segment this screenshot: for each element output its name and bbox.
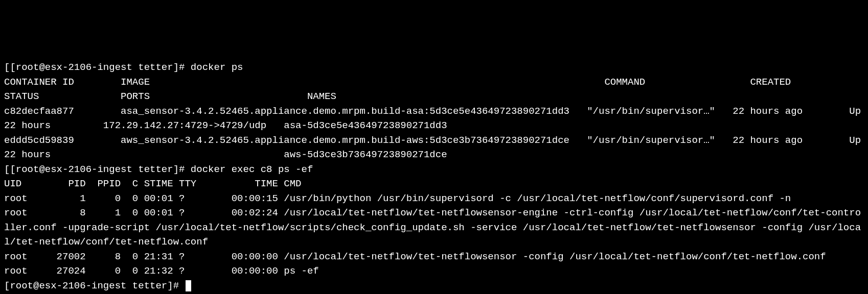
- ps-row: root 27002 8 0 21:31 ? 00:00:00 /usr/loc…: [4, 250, 864, 264]
- prompt-line-2: [[root@esx-2106-ingest tetter]# docker e…: [4, 162, 864, 177]
- prompt-bracket: [: [4, 62, 10, 73]
- docker-ps-row: c82decfaa877 asa_sensor-3.4.2.52465.appl…: [4, 104, 864, 133]
- prompt-user-host: [root@esx-2106-ingest tetter]: [10, 164, 179, 175]
- docker-ps-header: CONTAINER ID IMAGE COMMAND CREATED STATU…: [4, 75, 864, 104]
- prompt-hash: #: [179, 164, 185, 175]
- cursor-icon: [186, 280, 191, 291]
- command-text: docker ps: [185, 62, 243, 73]
- ps-header: UID PID PPID C STIME TTY TIME CMD: [4, 177, 864, 191]
- command-text: docker exec c8 ps -ef: [185, 164, 313, 175]
- prompt-user-host: [root@esx-2106-ingest tetter]: [4, 280, 173, 291]
- docker-ps-row: eddd5cd59839 aws_sensor-3.4.2.52465.appl…: [4, 133, 864, 162]
- ps-row: root 8 1 0 00:01 ? 00:02:24 /usr/local/t…: [4, 206, 864, 250]
- prompt-line-3: [root@esx-2106-ingest tetter]#: [4, 279, 864, 293]
- prompt-line-1: [[root@esx-2106-ingest tetter]# docker p…: [4, 60, 864, 75]
- prompt-hash: #: [179, 62, 185, 73]
- terminal-output[interactable]: [[root@esx-2106-ingest tetter]# docker p…: [4, 60, 864, 293]
- ps-row: root 27024 0 0 21:32 ? 00:00:00 ps -ef: [4, 264, 864, 279]
- prompt-user-host: [root@esx-2106-ingest tetter]: [10, 62, 179, 73]
- ps-row: root 1 0 0 00:01 ? 00:00:15 /usr/bin/pyt…: [4, 191, 864, 206]
- prompt-bracket: [: [4, 164, 10, 175]
- prompt-hash: #: [173, 280, 179, 291]
